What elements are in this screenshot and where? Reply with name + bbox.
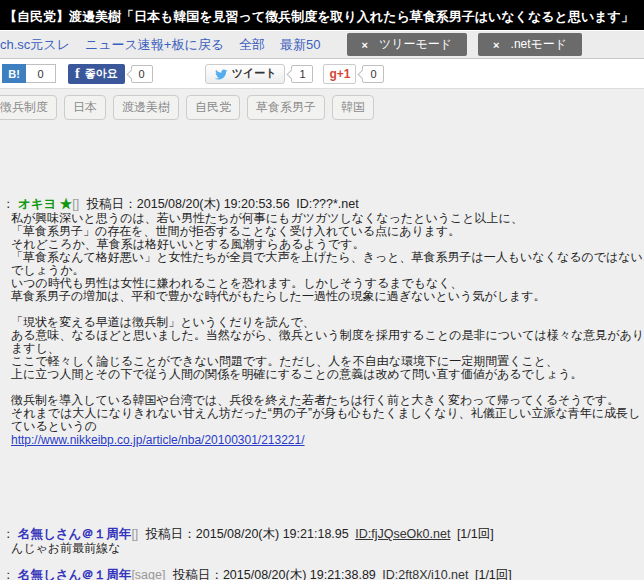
post-header: ： 名無しさん＠１周年[] 投稿日：2015/08/20(木) 19:21:18… [2,527,644,541]
social-share-bar: B! 0 f 좋아요 0 ツイート 1 g+1 0 [0,59,644,89]
hatena-bookmark-widget: B! 0 [2,64,56,83]
tag-kankoku[interactable]: 韓国 [332,95,374,120]
post-count: [1/1回] [457,527,494,541]
nav-link-all[interactable]: 全部 [239,36,265,54]
navbar: ch.sc元スレ ニュース速報+板に戻る 全部 最新50 × ツリーモード × … [0,30,644,59]
post-id: ID:???*.net [296,197,359,211]
hatena-icon[interactable]: B! [2,64,26,83]
post-body: んじゃお前最前線な [2,541,644,555]
post-mail: [sage] [131,568,165,580]
facebook-like-label: 좋아요 [85,66,118,81]
gplus-count: 0 [362,65,384,83]
post-1: ： オキヨ ★[] 投稿日：2015/08/20(木) 19:20:53.56 … [2,197,644,447]
facebook-like-count: 0 [131,65,153,83]
nav-link-original-thread[interactable]: ch.sc元スレ [0,36,70,54]
post-mail: [] [72,197,79,211]
close-icon[interactable]: × [362,39,368,51]
post-author-name: 名無しさん＠１周年 [18,568,131,580]
nav-link-back-to-board[interactable]: ニュース速報+板に戻る [85,36,224,54]
post-number-prefix: ： [2,527,15,541]
facebook-like-button[interactable]: f 좋아요 [68,64,125,84]
post-author-name: オキヨ ★ [18,197,72,211]
tweet-button[interactable]: ツイート [205,64,286,84]
tag-list: 徴兵制度 日本 渡邊美樹 自民党 草食系男子 韓国 [0,89,644,127]
spacer [0,127,644,197]
tree-mode-label: ツリーモード [379,36,452,53]
post-date: 投稿日：2015/08/20(木) 19:21:38.89 [173,568,376,580]
post-date: 投稿日：2015/08/20(木) 19:21:18.95 [146,527,349,541]
close-icon[interactable]: × [493,39,499,51]
thread-title: 【自民党】渡邊美樹「日本も韓国を見習って徴兵制度を取り入れたら草食系男子はいなく… [4,9,634,24]
tag-nihon[interactable]: 日本 [64,95,106,120]
spacer [2,460,644,527]
twitter-icon [214,67,228,81]
tag-chouheiseido[interactable]: 徴兵制度 [0,95,57,120]
hatena-count: 0 [26,64,56,83]
post-id-link[interactable]: ID:2ft8X/i10.net [382,568,468,580]
tweet-count: 1 [291,65,313,83]
post-number-prefix: ： [2,568,15,580]
net-mode-button[interactable]: × .netモード [478,33,582,56]
post-header: ： 名無しさん＠１周年[sage] 投稿日：2015/08/20(木) 19:2… [2,568,644,580]
facebook-icon: f [75,66,80,82]
post-number-prefix: ： [2,197,15,211]
tree-mode-button[interactable]: × ツリーモード [347,33,468,56]
tweet-label: ツイート [232,66,277,81]
post-mail: [] [131,527,138,541]
post-author-name: 名無しさん＠１周年 [18,527,131,541]
thread-title-bar: 【自民党】渡邊美樹「日本も韓国を見習って徴兵制度を取り入れたら草食系男子はいなく… [0,0,644,30]
tag-jimintou[interactable]: 自民党 [186,95,240,120]
tag-watanabemiki[interactable]: 渡邊美樹 [113,95,179,120]
net-mode-label: .netモード [511,36,568,53]
nav-link-latest50[interactable]: 最新50 [280,36,320,54]
gplus-icon[interactable]: g+1 [323,64,356,84]
tag-soushokukeidanshi[interactable]: 草食系男子 [247,95,325,120]
post-count: [1/1回] [475,568,512,580]
post-body: 私が興味深いと思うのは、若い男性たちが何事にもガツガツしなくなったということ以上… [2,211,644,433]
post-2: ： 名無しさん＠１周年[] 投稿日：2015/08/20(木) 19:21:18… [2,527,644,555]
post-id-link[interactable]: ID:fjJQseOk0.net [355,527,450,541]
post-date: 投稿日：2015/08/20(木) 19:20:53.56 [87,197,290,211]
post-header: ： オキヨ ★[] 投稿日：2015/08/20(木) 19:20:53.56 … [2,197,644,211]
post-list: ： オキヨ ★[] 投稿日：2015/08/20(木) 19:20:53.56 … [0,197,644,580]
post-link[interactable]: http://www.nikkeibp.co.jp/article/nba/20… [11,434,305,447]
post-3: ： 名無しさん＠１周年[sage] 投稿日：2015/08/20(木) 19:2… [2,568,644,580]
